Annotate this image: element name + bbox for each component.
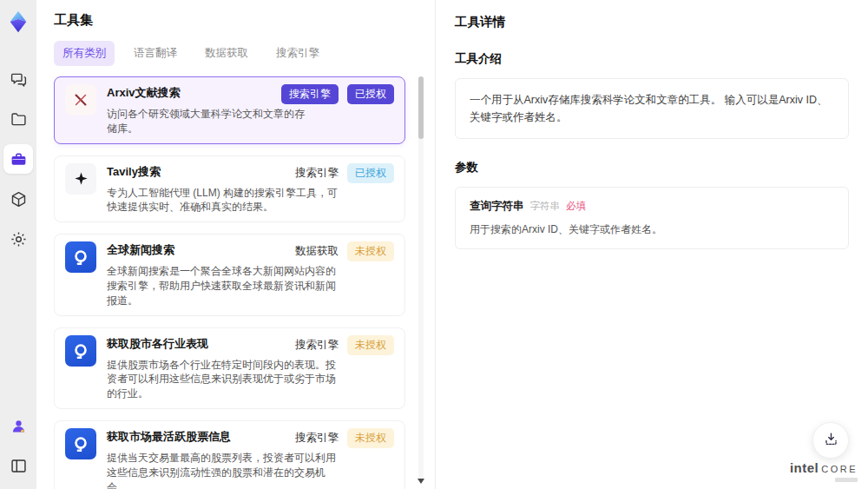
user-icon[interactable] (3, 411, 33, 440)
tool-description: 全球新闻搜索是一个聚合全球各大新闻网站内容的搜索引擎，帮助用户快速获取全球最新资… (107, 264, 345, 307)
param-type: 字符串 (530, 200, 561, 213)
category-tabs: 所有类别语言翻译数据获取搜索引擎 (54, 41, 435, 66)
chat-icon[interactable] (3, 64, 33, 94)
tool-name: 获取市场最活跃股票信息 (107, 428, 231, 444)
tool-name: Arxiv文献搜索 (107, 84, 181, 100)
tool-category-badge: 数据获取 (295, 244, 339, 259)
sparkle-icon (65, 163, 96, 195)
tool-intro-box: 一个用于从Arxiv存储库搜索科学论文和文章的工具。 输入可以是Arxiv ID… (455, 78, 849, 139)
tool-name: Tavily搜索 (107, 163, 161, 179)
download-icon (823, 431, 839, 451)
toolbox-icon[interactable] (3, 144, 33, 174)
tool-description: 访问各个研究领域大量科学论文和文章的存储库。 (107, 107, 306, 136)
folder-icon[interactable] (3, 104, 33, 134)
tool-card[interactable]: Tavily搜索 搜索引擎 已授权 专为人工智能代理 (LLM) 构建的搜索引擎… (54, 155, 405, 223)
tool-category-badge: 搜索引擎 (295, 431, 339, 446)
tool-detail-panel: 工具详情 工具介绍 一个用于从Arxiv存储库搜索科学论文和文章的工具。 输入可… (436, 0, 868, 489)
params-section-header: 参数 (455, 160, 849, 175)
tool-category-badge: 搜索引擎 (295, 338, 339, 353)
tool-description: 专为人工智能代理 (LLM) 构建的搜索引擎工具，可快速提供实时、准确和真实的结… (107, 186, 345, 215)
intel-core-logo: intelCORE (790, 461, 858, 482)
brand-sub-badge (835, 478, 858, 482)
tool-list-panel: 工具集 所有类别语言翻译数据获取搜索引擎 Arxiv文献搜索 搜索引擎 已授权 … (36, 0, 436, 489)
tool-description: 提供股票市场各个行业在特定时间段内的表现。投资者可以利用这些信息来识别表现优于或… (107, 358, 345, 401)
tool-card[interactable]: Arxiv文献搜索 搜索引擎 已授权 访问各个研究领域大量科学论文和文章的存储库… (54, 76, 405, 144)
parameter-box: 查询字符串 字符串 必填 用于搜索的Arxiv ID、关键字或作者姓名。 (455, 187, 849, 249)
tab-category-2[interactable]: 数据获取 (196, 41, 257, 66)
scrollbar-thumb[interactable] (418, 76, 424, 139)
page-title: 工具集 (54, 12, 435, 29)
tool-description: 提供当天交易量最高的股票列表，投资者可以利用这些信息来识别流动性强的股票和潜在的… (107, 451, 345, 489)
app-logo-icon (5, 9, 31, 35)
globe-icon (65, 428, 96, 459)
tool-status-badge: 未授权 (347, 335, 394, 355)
param-name: 查询字符串 (470, 199, 524, 214)
brand-core-text: CORE (821, 464, 858, 474)
tool-status-badge: 已授权 (347, 163, 394, 183)
scrollbar-down-arrow-icon[interactable] (418, 479, 424, 484)
tool-category-badge: 搜索引擎 (281, 84, 339, 104)
tool-card[interactable]: 获取市场最活跃股票信息 搜索引擎 未授权 提供当天交易量最高的股票列表，投资者可… (54, 420, 405, 489)
brand-intel-text: intel (790, 460, 819, 475)
icon-rail (0, 0, 36, 489)
tool-list: Arxiv文献搜索 搜索引擎 已授权 访问各个研究领域大量科学论文和文章的存储库… (54, 76, 435, 489)
settings-icon[interactable] (3, 224, 33, 254)
param-required-badge: 必填 (566, 200, 586, 213)
tool-name: 全球新闻搜索 (107, 241, 174, 257)
tab-category-0[interactable]: 所有类别 (54, 41, 115, 66)
tool-card[interactable]: 全球新闻搜索 数据获取 未授权 全球新闻搜索是一个聚合全球各大新闻网站内容的搜索… (54, 234, 405, 315)
cube-icon[interactable] (3, 184, 33, 214)
arxiv-icon (65, 84, 96, 116)
app-window: 工具集 所有类别语言翻译数据获取搜索引擎 Arxiv文献搜索 搜索引擎 已授权 … (0, 0, 868, 489)
detail-title: 工具详情 (455, 14, 849, 30)
tool-status-badge: 未授权 (347, 428, 394, 448)
tool-category-badge: 搜索引擎 (295, 166, 339, 181)
globe-icon (65, 241, 96, 273)
tool-card[interactable]: 获取股市各行业表现 搜索引擎 未授权 提供股票市场各个行业在特定时间段内的表现。… (54, 327, 405, 409)
tab-category-1[interactable]: 语言翻译 (125, 41, 186, 66)
tab-category-3[interactable]: 搜索引擎 (267, 41, 328, 66)
param-description: 用于搜索的Arxiv ID、关键字或作者姓名。 (470, 221, 834, 237)
intro-section-header: 工具介绍 (455, 51, 849, 67)
tool-status-badge: 已授权 (347, 84, 394, 104)
panel-toggle-icon[interactable] (3, 451, 33, 480)
download-button[interactable] (812, 422, 849, 459)
tool-status-badge: 未授权 (347, 241, 394, 261)
scrollbar-track[interactable] (418, 76, 424, 482)
globe-icon (65, 335, 96, 367)
tool-name: 获取股市各行业表现 (107, 335, 208, 351)
